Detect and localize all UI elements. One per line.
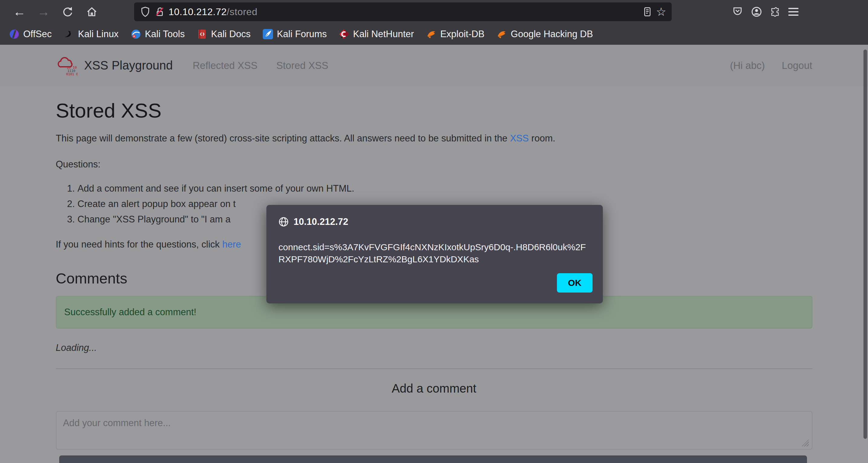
divider — [56, 368, 812, 369]
comment-input[interactable] — [56, 411, 812, 450]
nav-link-stored-xss[interactable]: Stored XSS — [276, 60, 328, 71]
forward-arrow-icon: → — [37, 4, 50, 19]
kali-forums-favicon-icon — [263, 29, 273, 39]
url-host: 10.10.212.72 — [168, 6, 227, 17]
globe-icon — [278, 217, 289, 227]
alert-dialog: 10.10.212.72 connect.sid=s%3A7KvFVGFGIf4… — [267, 205, 603, 303]
brand-title: XSS Playground — [84, 59, 173, 72]
kali-tools-favicon-icon — [131, 29, 141, 39]
bookmark-kali-tools[interactable]: Kali Tools — [131, 29, 185, 39]
page-title: Stored XSS — [56, 99, 812, 122]
reload-button[interactable] — [57, 3, 79, 21]
forward-button[interactable]: → — [33, 3, 54, 21]
dialog-title: 10.10.212.72 — [293, 216, 348, 227]
browser-window: ← → 10.10.212.72/stored — [0, 0, 868, 463]
questions-label: Questions: — [56, 159, 812, 170]
hints-link[interactable]: here — [222, 239, 241, 250]
dialog-message: connect.sid=s%3A7KvFVGFGIf4cNXNzKIxotkUp… — [278, 241, 588, 265]
home-button[interactable] — [81, 3, 103, 21]
back-arrow-icon: ← — [13, 4, 26, 19]
google-hacking-db-favicon-icon — [497, 29, 507, 39]
bookmark-kali-nethunter[interactable]: Kali NetHunter — [339, 29, 414, 39]
extensions-icon[interactable] — [770, 6, 782, 18]
menu-icon[interactable] — [788, 8, 799, 16]
kali-docs-favicon-icon — [197, 29, 207, 39]
insecure-lock-icon[interactable] — [154, 6, 165, 18]
bookmark-google-hacking-db[interactable]: Google Hacking DB — [497, 29, 593, 39]
loading-text: Loading... — [56, 342, 812, 353]
logout-link[interactable]: Logout — [782, 60, 812, 71]
add-comment-title: Add a comment — [56, 382, 812, 395]
site-brand[interactable]: 10 10 1110 0101 01 XSS Playground — [56, 55, 173, 77]
back-button[interactable]: ← — [8, 3, 30, 21]
svg-text:0101 01: 0101 01 — [66, 72, 78, 76]
xss-room-link[interactable]: XSS — [510, 133, 529, 144]
bookmark-exploit-db[interactable]: Exploit-DB — [426, 29, 485, 39]
intro-paragraph: This page will demonstrate a few (stored… — [56, 133, 812, 144]
xss-playground-logo-icon: 10 10 1110 0101 01 — [56, 55, 78, 77]
nav-link-reflected-xss[interactable]: Reflected XSS — [193, 60, 258, 71]
success-message: Successfully added a comment! — [64, 307, 196, 317]
bookmark-star-icon[interactable]: ☆ — [656, 6, 666, 18]
url-bar[interactable]: 10.10.212.72/stored ☆ — [134, 2, 672, 21]
bookmark-kali-forums[interactable]: Kali Forums — [263, 29, 327, 39]
pocket-icon[interactable] — [732, 6, 744, 18]
browser-toolbar: ← → 10.10.212.72/stored — [0, 0, 868, 24]
url-path: /stored — [227, 6, 257, 17]
bookmark-kali-linux[interactable]: Kali Linux — [64, 29, 118, 39]
bookmarks-bar: OffSec Kali Linux Kali Tools — [0, 24, 868, 45]
url-text[interactable]: 10.10.212.72/stored — [168, 6, 639, 18]
account-icon[interactable] — [750, 5, 763, 18]
offsec-favicon-icon — [9, 29, 19, 39]
bookmark-offsec[interactable]: OffSec — [9, 29, 52, 39]
kali-linux-favicon-icon — [64, 29, 74, 39]
tracking-shield-icon[interactable] — [140, 6, 151, 18]
scrollbar-thumb[interactable] — [864, 50, 867, 439]
home-icon — [86, 6, 98, 18]
reader-view-icon[interactable] — [642, 6, 653, 18]
reload-icon — [62, 6, 74, 18]
site-navbar: 10 10 1110 0101 01 XSS Playground Reflec… — [0, 45, 868, 86]
submit-comment-button[interactable] — [59, 456, 807, 463]
bookmark-kali-docs[interactable]: Kali Docs — [197, 29, 251, 39]
exploit-db-favicon-icon — [426, 29, 436, 39]
toolbar-right-icons — [732, 5, 800, 18]
dialog-ok-button[interactable]: OK — [557, 273, 593, 293]
page-content: 10 10 1110 0101 01 XSS Playground Reflec… — [0, 45, 868, 463]
kali-nethunter-favicon-icon — [339, 29, 349, 39]
user-greeting: (Hi abc) — [730, 60, 765, 71]
question-item: Add a comment and see if you can insert … — [78, 184, 812, 193]
